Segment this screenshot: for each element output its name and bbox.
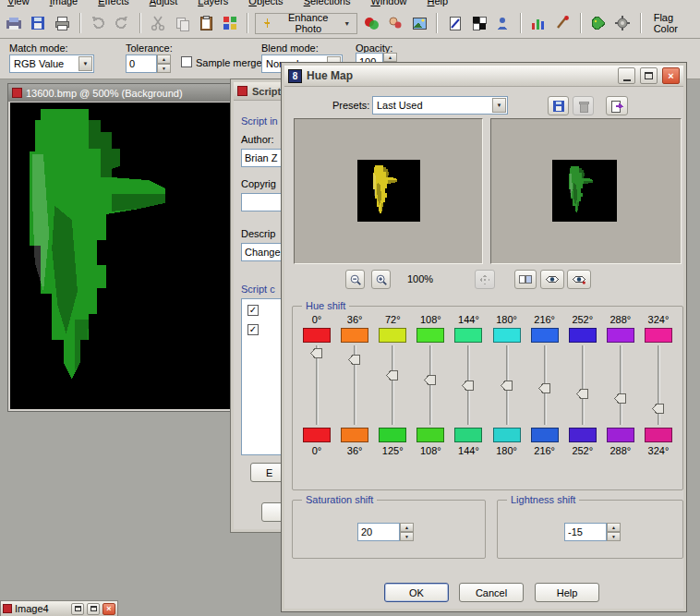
histogram-icon[interactable] [528, 12, 549, 35]
maximize-button[interactable] [640, 67, 658, 84]
hue-slider[interactable] [500, 345, 514, 425]
paste-icon[interactable] [196, 12, 217, 35]
chevron-down-icon[interactable]: ▼ [78, 56, 92, 71]
hue-slider[interactable] [613, 345, 628, 425]
menu-item-selections[interactable]: Selections [304, 0, 351, 6]
proof-button[interactable] [540, 270, 564, 289]
hue-slider-handle[interactable] [538, 383, 550, 393]
before-preview-pane[interactable] [294, 118, 483, 264]
delete-preset-button[interactable] [573, 96, 594, 115]
command-checkbox[interactable]: ✓ [247, 305, 259, 316]
spin-down-icon[interactable]: ▼ [607, 532, 621, 541]
help-button[interactable]: Help [535, 583, 599, 602]
spin-down-icon[interactable]: ▼ [400, 532, 414, 541]
airbrush-icon[interactable] [552, 12, 573, 35]
import-icon[interactable] [4, 12, 25, 35]
hue-slider-handle[interactable] [501, 380, 513, 391]
image-window-titlebar[interactable]: 13600.bmp @ 500% (Background) [8, 84, 237, 102]
undo-icon[interactable] [88, 12, 109, 35]
restore-button[interactable] [71, 603, 84, 615]
hue-map-titlebar[interactable]: 8 Hue Map × [284, 66, 683, 87]
menu-item-image[interactable]: Image [50, 0, 78, 6]
auto-proof-button[interactable] [567, 270, 591, 289]
color-balance-icon[interactable] [360, 12, 381, 35]
save-icon [552, 100, 565, 113]
reset-to-default-button[interactable] [606, 96, 628, 115]
menu-item-help[interactable]: Help [428, 0, 449, 6]
hue-slider-handle[interactable] [348, 355, 360, 365]
print-icon[interactable] [52, 12, 73, 35]
menu-item-layers[interactable]: Layers [198, 0, 228, 6]
maximize-button[interactable] [87, 603, 100, 615]
toolbar-separator [580, 13, 582, 33]
cancel-button[interactable]: Cancel [459, 583, 524, 602]
menu-item-view[interactable]: View [7, 0, 30, 6]
makeover-icon[interactable] [384, 12, 405, 35]
hue-bottom-swatch [531, 428, 559, 442]
palette-icon[interactable] [588, 12, 609, 35]
photo-icon[interactable] [408, 12, 429, 35]
hue-slider[interactable] [537, 345, 552, 425]
ok-button[interactable]: OK [384, 583, 449, 602]
hue-column-0: 0°0° [298, 314, 335, 456]
hue-slider-handle[interactable] [310, 348, 322, 358]
hue-slider[interactable] [423, 345, 438, 425]
hue-slider[interactable] [309, 345, 324, 425]
spin-up-icon[interactable]: ▲ [383, 53, 397, 62]
menu-item-adjust[interactable]: Adjust [150, 0, 178, 6]
pen-script-icon[interactable] [444, 12, 465, 35]
chevron-down-icon[interactable]: ▼ [492, 98, 506, 113]
command-checkbox[interactable]: ✓ [247, 324, 259, 335]
copy-icon[interactable] [172, 12, 193, 35]
green-flag-preview [566, 165, 596, 215]
pan-button[interactable] [475, 270, 495, 289]
hue-slider-handle[interactable] [386, 370, 398, 380]
menu-item-effects[interactable]: Effects [98, 0, 128, 6]
hue-slider-handle[interactable] [614, 393, 626, 404]
close-button[interactable]: × [103, 603, 115, 615]
app-window-icon: 8 [288, 69, 302, 83]
zoom-in-button[interactable] [371, 270, 391, 289]
lightness-shift-input[interactable] [564, 523, 607, 541]
hue-slider-handle[interactable] [462, 380, 474, 391]
image-canvas[interactable] [10, 103, 235, 409]
hue-slider[interactable] [575, 345, 590, 425]
menu-item-window[interactable]: Window [370, 0, 406, 6]
tolerance-input[interactable] [126, 54, 157, 73]
enhance-photo-dropdown[interactable]: Enhance Photo ▼ [255, 13, 357, 34]
settings-gear-icon[interactable] [612, 12, 634, 35]
match-mode-combo[interactable]: RGB Value ▼ [9, 54, 94, 73]
zoom-out-button[interactable] [345, 270, 365, 289]
minimized-image4-window[interactable]: Image4 × [0, 600, 118, 616]
hue-shift-group: Hue shift 0°0°36°36°72°125°108°108°144°1… [292, 306, 683, 490]
spin-up-icon[interactable]: ▲ [157, 54, 171, 64]
hue-slider[interactable] [651, 345, 666, 425]
hue-slider-handle[interactable] [424, 375, 436, 385]
spin-down-icon[interactable]: ▼ [157, 64, 171, 73]
save-preset-button[interactable] [548, 96, 569, 115]
texture-icon[interactable] [468, 12, 489, 35]
sample-merged-checkbox[interactable] [181, 56, 192, 67]
menu-bar: ViewImageEffectsAdjustLayersObjectsSelec… [0, 0, 700, 8]
cut-icon[interactable] [148, 12, 169, 35]
save-icon[interactable] [28, 12, 49, 35]
presets-combo[interactable]: Last Used ▼ [372, 96, 508, 115]
after-preview-pane[interactable] [490, 118, 682, 264]
redo-icon[interactable] [112, 12, 133, 35]
spin-up-icon[interactable]: ▲ [607, 523, 621, 532]
close-button[interactable]: × [662, 67, 680, 84]
hue-slider[interactable] [385, 345, 400, 425]
hue-slider-handle[interactable] [576, 389, 588, 399]
show-previews-toggle[interactable] [514, 270, 537, 289]
spin-up-icon[interactable]: ▲ [400, 523, 414, 532]
portrait-icon[interactable] [492, 12, 513, 35]
menu-item-objects[interactable]: Objects [248, 0, 283, 6]
script-commands-label: Script c [241, 284, 275, 295]
hue-slider-handle[interactable] [652, 404, 664, 414]
browse-icon[interactable] [220, 12, 241, 35]
hue-slider[interactable] [347, 345, 362, 425]
presets-value: Last Used [377, 100, 423, 111]
saturation-shift-input[interactable] [357, 523, 400, 541]
hue-slider[interactable] [461, 345, 476, 425]
minimize-button[interactable] [618, 67, 635, 84]
